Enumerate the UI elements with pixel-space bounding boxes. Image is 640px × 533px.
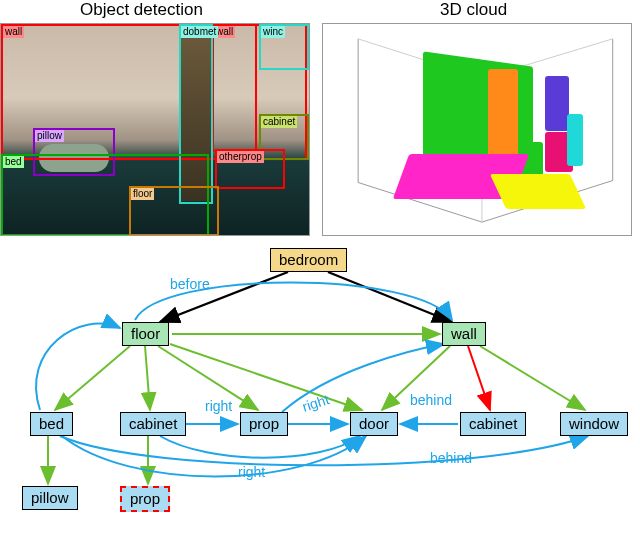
svg-line-9 <box>468 346 490 410</box>
svg-line-3 <box>55 346 130 410</box>
edge-label-behind-2: behind <box>430 450 472 466</box>
edge-label-before: before <box>170 276 210 292</box>
node-cabinet-2: cabinet <box>460 412 526 436</box>
node-label: window <box>569 415 619 432</box>
node-label: floor <box>131 325 160 342</box>
node-floor: floor <box>122 322 169 346</box>
node-prop-1: prop <box>240 412 288 436</box>
node-window: window <box>560 412 628 436</box>
edge-label-right-3: right <box>238 464 265 480</box>
bbox-label: wall <box>3 26 24 38</box>
bbox-otherprop: otherprop <box>215 149 285 189</box>
node-label: door <box>359 415 389 432</box>
scene-graph: bedroom floor wall bed cabinet prop door… <box>0 240 640 533</box>
bbox-window: winc <box>259 24 309 70</box>
panel-3d-cloud <box>322 23 632 236</box>
node-label: bed <box>39 415 64 432</box>
node-label: prop <box>130 490 160 507</box>
node-label: bedroom <box>279 251 338 268</box>
seg-window <box>545 76 569 131</box>
node-wall: wall <box>442 322 486 346</box>
edge-label-right-1: right <box>205 398 232 414</box>
node-label: cabinet <box>469 415 517 432</box>
svg-line-4 <box>145 346 150 410</box>
bbox-label: floor <box>131 188 154 200</box>
panel-object-detection: wall wall dobmet winc cabinet otherprop … <box>0 23 310 236</box>
node-label: prop <box>249 415 279 432</box>
bbox-label: otherprop <box>217 151 264 163</box>
bbox-label: pillow <box>35 130 64 142</box>
bbox-label: bed <box>3 156 24 168</box>
svg-line-8 <box>480 346 585 410</box>
bbox-label: dobmet <box>181 26 218 38</box>
seg-other <box>567 114 583 166</box>
node-label: cabinet <box>129 415 177 432</box>
seg-floor <box>490 174 586 209</box>
node-door: door <box>350 412 398 436</box>
title-objdet: Object detection <box>80 0 203 20</box>
bbox-label: cabinet <box>261 116 297 128</box>
figure-root: Object detection 3D cloud wall wall dobm… <box>0 0 640 533</box>
node-pillow: pillow <box>22 486 78 510</box>
graph-edges <box>0 240 640 533</box>
node-prop-2: prop <box>120 486 170 512</box>
bbox-label: winc <box>261 26 285 38</box>
bbox-floor: floor <box>129 186 219 236</box>
node-label: wall <box>451 325 477 342</box>
svg-line-1 <box>328 272 452 322</box>
edge-label-behind-1: behind <box>410 392 452 408</box>
svg-line-6 <box>170 344 362 410</box>
node-cabinet-1: cabinet <box>120 412 186 436</box>
node-label: pillow <box>31 489 69 506</box>
title-cloud: 3D cloud <box>440 0 507 20</box>
node-bedroom: bedroom <box>270 248 347 272</box>
bbox-wall-2: wall <box>212 24 257 152</box>
node-bed: bed <box>30 412 73 436</box>
